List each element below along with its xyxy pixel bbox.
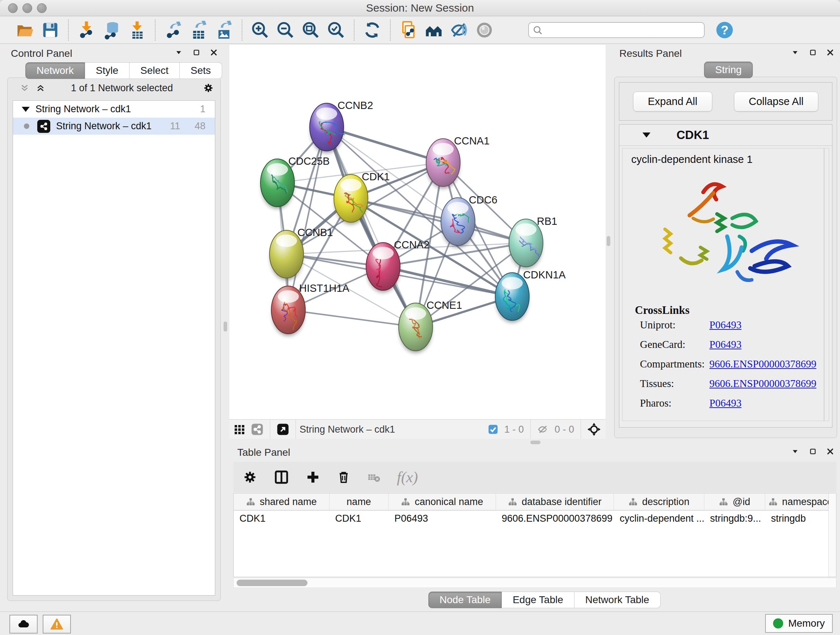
- network-canvas[interactable]: CCNB2CCNA1CDC25BCDK1CDC6RB1CCNB1CCNA2CDK…: [229, 45, 606, 419]
- warning-status-button[interactable]: [43, 615, 71, 633]
- collapse-all-button[interactable]: Collapse All: [734, 92, 819, 111]
- refresh-icon[interactable]: [362, 19, 383, 41]
- table-cell[interactable]: cyclin-dependent ...: [614, 510, 704, 526]
- fit-content-crosshair-icon[interactable]: [587, 423, 600, 436]
- tab-edge-table[interactable]: Edge Table: [502, 592, 575, 608]
- search-input[interactable]: [528, 22, 705, 38]
- table-cell[interactable]: CDK1: [234, 510, 330, 526]
- control-panel-close-icon[interactable]: [208, 47, 219, 58]
- network-tree: String Network – cdk1 1 String Network –…: [13, 100, 215, 595]
- tab-node-table[interactable]: Node Table: [428, 592, 502, 608]
- horizontal-split-handle[interactable]: [531, 440, 540, 444]
- results-panel-float-icon[interactable]: [807, 47, 818, 58]
- table-horizontal-scrollbar[interactable]: [233, 578, 836, 588]
- tab-network[interactable]: Network: [25, 62, 85, 79]
- string-home-icon[interactable]: [423, 19, 444, 41]
- open-session-icon[interactable]: [14, 19, 35, 41]
- crosslink-link[interactable]: 9606.ENSP00000378699: [709, 358, 816, 370]
- right-split-handle[interactable]: [607, 236, 610, 246]
- column-header-database-identifier[interactable]: database identifier: [496, 494, 614, 510]
- control-panel-float-icon[interactable]: [191, 47, 202, 58]
- column-header-namespace[interactable]: namespace: [765, 494, 836, 510]
- column-header-shared-name[interactable]: shared name: [234, 494, 330, 510]
- help-icon[interactable]: ?: [714, 19, 735, 41]
- zoom-fit-icon[interactable]: [300, 19, 321, 41]
- title-bar: Session: New Session: [0, 0, 840, 16]
- crosslink-row: Uniprot:P06493: [622, 319, 829, 339]
- hidden-eye-icon[interactable]: [537, 424, 549, 435]
- network-row[interactable]: String Network – cdk1 1148: [13, 118, 215, 135]
- network-options-gear-icon[interactable]: [203, 82, 214, 93]
- expand-all-networks-icon[interactable]: [35, 82, 46, 93]
- table-panel-float-icon[interactable]: [807, 446, 818, 457]
- table-panel-close-icon[interactable]: [825, 446, 836, 457]
- entry-collapse-icon[interactable]: [643, 133, 651, 138]
- hscroll-thumb[interactable]: [237, 580, 308, 586]
- export-image-icon[interactable]: [213, 19, 234, 41]
- save-session-icon[interactable]: [40, 19, 61, 41]
- column-header-canonical-name[interactable]: canonical name: [388, 494, 496, 510]
- zoom-selected-icon[interactable]: [325, 19, 347, 41]
- control-panel: Control Panel Network Style Select Sets …: [3, 46, 223, 603]
- show-graphics-icon[interactable]: [474, 19, 495, 41]
- export-table-icon[interactable]: [188, 19, 209, 41]
- crosslink-link[interactable]: P06493: [709, 397, 742, 409]
- export-network-icon[interactable]: [163, 19, 184, 41]
- crosslink-link[interactable]: P06493: [709, 319, 742, 331]
- expand-all-button[interactable]: Expand All: [633, 92, 712, 111]
- collapse-all-networks-icon[interactable]: [19, 82, 30, 93]
- tab-select[interactable]: Select: [129, 62, 180, 79]
- table-cell[interactable]: 9606.ENSP00000378699: [496, 510, 614, 526]
- table-panel-menu-icon[interactable]: [790, 446, 801, 457]
- tab-string-results[interactable]: String: [704, 62, 753, 78]
- protein-structure-image: [646, 175, 805, 295]
- results-panel-close-icon[interactable]: [825, 47, 836, 58]
- current-network-name: String Network – cdk1: [300, 424, 395, 435]
- left-split-handle[interactable]: [224, 321, 227, 332]
- crosslink-label: GeneCard:: [640, 339, 709, 350]
- table-vertical-scrollbar[interactable]: [829, 494, 836, 577]
- horizontal-splitter[interactable]: [229, 439, 840, 446]
- crosslink-link[interactable]: 9606.ENSP00000378699: [709, 378, 816, 390]
- function-builder-icon[interactable]: f(x): [397, 469, 418, 486]
- memory-button[interactable]: Memory: [765, 614, 833, 633]
- network-collection-row[interactable]: String Network – cdk1 1: [13, 101, 215, 118]
- node-label-RB1: RB1: [537, 215, 557, 227]
- import-table-icon[interactable]: [126, 19, 148, 41]
- cloud-status-button[interactable]: [9, 615, 38, 633]
- show-columns-icon[interactable]: [274, 470, 289, 485]
- crosslink-link[interactable]: P06493: [709, 339, 742, 350]
- delete-table-icon[interactable]: [367, 470, 380, 484]
- clone-network-icon[interactable]: [398, 19, 419, 41]
- table-row[interactable]: CDK1CDK1P064939606.ENSP00000378699cyclin…: [234, 510, 836, 526]
- selected-checkbox-icon[interactable]: [488, 424, 499, 435]
- column-header--id[interactable]: @id: [704, 494, 766, 510]
- zoom-out-icon[interactable]: [275, 19, 296, 41]
- import-network-database-icon[interactable]: [101, 19, 122, 41]
- node-label-CCNA2: CCNA2: [394, 239, 429, 250]
- grid-view-icon[interactable]: [234, 424, 245, 435]
- table-panel-title: Table Panel: [237, 447, 290, 458]
- add-column-icon[interactable]: [306, 470, 320, 485]
- table-cell[interactable]: stringdb: [765, 510, 836, 526]
- table-settings-gear-icon[interactable]: [243, 470, 257, 485]
- tab-sets[interactable]: Sets: [180, 62, 222, 79]
- crosslinks-title: CrossLinks: [635, 304, 829, 317]
- window-title: Session: New Session: [0, 0, 840, 16]
- import-network-file-icon[interactable]: [76, 19, 97, 41]
- network-style-icon[interactable]: [251, 423, 264, 435]
- collection-expand-icon[interactable]: [22, 107, 30, 112]
- delete-column-icon[interactable]: [337, 470, 351, 484]
- table-cell[interactable]: CDK1: [330, 510, 389, 526]
- zoom-in-icon[interactable]: [249, 19, 271, 41]
- column-header-description[interactable]: description: [614, 494, 704, 510]
- birds-eye-view-icon[interactable]: [277, 423, 289, 435]
- table-cell[interactable]: stringdb:9...: [704, 510, 766, 526]
- enhanced-graphics-icon[interactable]: [448, 19, 470, 41]
- results-panel-menu-icon[interactable]: [790, 47, 801, 58]
- tab-style[interactable]: Style: [85, 62, 129, 79]
- column-header-name[interactable]: name: [330, 494, 389, 510]
- tab-network-table[interactable]: Network Table: [575, 592, 660, 608]
- control-panel-menu-icon[interactable]: [173, 47, 184, 58]
- table-cell[interactable]: P06493: [388, 510, 496, 526]
